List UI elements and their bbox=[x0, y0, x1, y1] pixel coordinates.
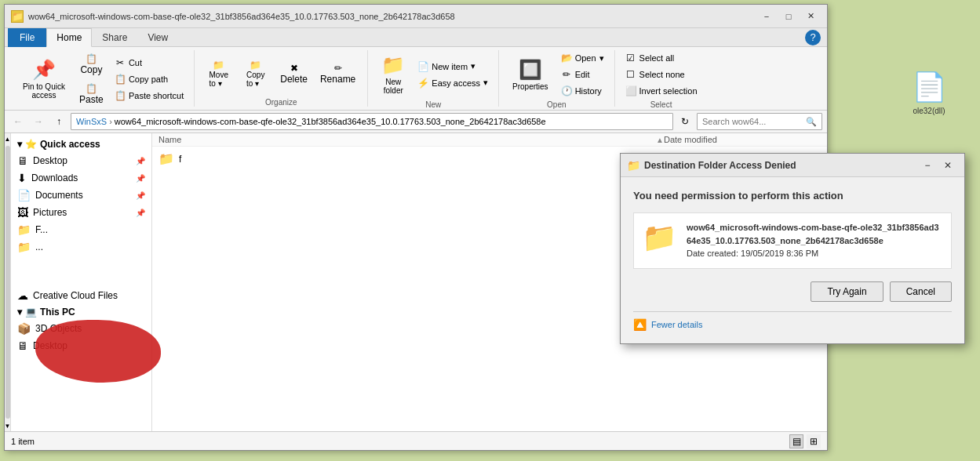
delete-icon: ✖ bbox=[290, 63, 298, 74]
open-label: Open bbox=[547, 99, 566, 109]
large-icons-view-button[interactable]: ⊞ bbox=[807, 434, 821, 448]
open-button[interactable]: 📂 Open ▾ bbox=[557, 50, 608, 66]
sidebar-item-pictures[interactable]: 🖼 Pictures 📌 bbox=[11, 204, 151, 221]
search-input[interactable] bbox=[702, 117, 803, 126]
tab-file[interactable]: File bbox=[8, 28, 46, 47]
this-pc-label: This PC bbox=[40, 307, 75, 318]
paste-button[interactable]: 📋 Paste bbox=[74, 80, 109, 108]
paste-shortcut-button[interactable]: 📋 Paste shortcut bbox=[111, 88, 188, 103]
close-button[interactable]: ✕ bbox=[800, 9, 821, 24]
organize-label: Organize bbox=[265, 96, 297, 107]
sidebar-item-desktop[interactable]: 🖥 Desktop 📌 bbox=[11, 152, 151, 169]
pin-documents-icon: 📌 bbox=[136, 191, 145, 200]
paste-shortcut-icon: 📋 bbox=[115, 90, 126, 101]
copy-path-button[interactable]: 📋 Copy path bbox=[111, 71, 188, 87]
tab-home[interactable]: Home bbox=[46, 28, 92, 47]
dialog-footer: 🔼 Fewer details bbox=[633, 311, 952, 331]
scroll-down-btn[interactable]: ▼ bbox=[5, 420, 11, 431]
easy-access-icon: ⚡ bbox=[417, 78, 428, 89]
address-bar: ← → ↑ WinSxS › wow64_microsoft-windows-c… bbox=[5, 111, 827, 133]
minimize-button[interactable]: − bbox=[756, 9, 777, 24]
file-list-header: Name ▲ Date modified bbox=[152, 133, 827, 147]
pin-to-quick-access-button[interactable]: 📌 Pin to Quickaccess bbox=[16, 50, 72, 108]
properties-button[interactable]: 🔲 Properties bbox=[505, 50, 556, 99]
properties-label: Properties bbox=[512, 82, 548, 91]
new-label: New bbox=[425, 99, 441, 109]
rename-button[interactable]: ✏ Rename bbox=[315, 60, 361, 88]
easy-access-button[interactable]: ⚡ Easy access ▾ bbox=[413, 75, 492, 91]
maximize-button[interactable]: □ bbox=[778, 9, 799, 24]
edit-button[interactable]: ✏ Edit bbox=[557, 67, 608, 82]
copy-to-button[interactable]: 📁 Copyto ▾ bbox=[238, 56, 273, 91]
new-small-group: 📄 New item ▾ ⚡ Easy access ▾ bbox=[413, 59, 492, 91]
sidebar-scroll: ▲ ▼ bbox=[5, 133, 11, 431]
delete-button[interactable]: ✖ Delete bbox=[275, 60, 313, 88]
file-f-icon: 📁 bbox=[158, 151, 174, 166]
cut-button[interactable]: ✂ Cut bbox=[111, 55, 188, 71]
pictures-icon: 🖼 bbox=[17, 206, 28, 219]
quick-access-header[interactable]: ▾ ⭐ Quick access bbox=[11, 136, 151, 152]
this-pc-header[interactable]: ▾ 💻 This PC bbox=[11, 304, 151, 320]
refresh-button[interactable]: ↻ bbox=[676, 113, 694, 130]
status-bar: 1 item ▤ ⊞ bbox=[5, 431, 827, 450]
this-pc-arrow: ▾ bbox=[17, 307, 22, 318]
select-none-button[interactable]: ☐ Select none bbox=[621, 67, 701, 82]
properties-icon: 🔲 bbox=[519, 59, 542, 81]
details-view-button[interactable]: ▤ bbox=[789, 434, 803, 448]
scroll-up-btn[interactable]: ▲ bbox=[5, 133, 11, 144]
edit-label: Edit bbox=[575, 70, 590, 79]
quick-access-icon: ⭐ bbox=[25, 139, 37, 150]
clipboard-buttons: 📌 Pin to Quickaccess 📋 Copy 📋 Paste bbox=[16, 50, 188, 108]
select-buttons: ☑ Select all ☐ Select none ⬜ Invert sele… bbox=[621, 50, 701, 99]
cut-label: Cut bbox=[129, 58, 142, 67]
search-box: 🔍 bbox=[697, 113, 822, 130]
downloads-icon: ⬇ bbox=[17, 172, 27, 184]
sidebar-item-downloads[interactable]: ⬇ Downloads 📌 bbox=[11, 169, 151, 187]
move-to-label: Moveto ▾ bbox=[209, 71, 228, 88]
back-button[interactable]: ← bbox=[9, 113, 27, 130]
sidebar-unknown-label: ... bbox=[35, 241, 145, 252]
desktop-file-icon[interactable]: 📄 ole32(dll) bbox=[902, 71, 956, 115]
invert-selection-button[interactable]: ⬜ Invert selection bbox=[621, 83, 701, 99]
copy-button[interactable]: 📋 Copy bbox=[74, 50, 109, 78]
col-date: Date modified bbox=[664, 135, 821, 144]
dialog-close-button[interactable]: ✕ bbox=[938, 158, 958, 173]
ribbon-content: 📌 Pin to Quickaccess 📋 Copy 📋 Paste bbox=[5, 47, 827, 110]
fewer-details-link[interactable]: Fewer details bbox=[651, 320, 702, 329]
sidebar-item-f[interactable]: 📁 F... bbox=[11, 221, 151, 238]
paste-icon: 📋 bbox=[86, 83, 97, 94]
select-none-label: Select none bbox=[639, 70, 685, 79]
dialog-folder-name: wow64_microsoft-windows-com-base-qfe-ole… bbox=[687, 221, 943, 247]
ribbon: File Home Share View ? 📌 Pin to Quickacc… bbox=[5, 28, 827, 111]
open-small-group: 📂 Open ▾ ✏ Edit 🕐 History bbox=[557, 50, 608, 99]
forward-button[interactable]: → bbox=[30, 113, 47, 130]
history-button[interactable]: 🕐 History bbox=[557, 83, 608, 99]
tab-view[interactable]: View bbox=[137, 28, 178, 47]
ribbon-group-select: ☑ Select all ☐ Select none ⬜ Invert sele… bbox=[615, 50, 708, 107]
sidebar-item-creative-cloud[interactable]: ☁ Creative Cloud Files bbox=[11, 287, 151, 304]
select-all-button[interactable]: ☑ Select all bbox=[621, 50, 701, 66]
quick-access-arrow: ▾ bbox=[17, 139, 22, 150]
select-none-icon: ☐ bbox=[625, 69, 636, 80]
move-to-button[interactable]: 📁 Moveto ▾ bbox=[201, 56, 236, 91]
try-again-button[interactable]: Try Again bbox=[811, 281, 883, 302]
new-item-label: New item bbox=[432, 62, 468, 71]
new-buttons: 📁 Newfolder 📄 New item ▾ ⚡ Easy access ▾ bbox=[374, 50, 492, 99]
dialog-minimize-button[interactable]: − bbox=[917, 158, 938, 173]
address-path[interactable]: WinSxS › wow64_microsoft-windows-com-bas… bbox=[71, 113, 673, 130]
3d-objects-icon: 📦 bbox=[17, 322, 31, 335]
select-label: Select bbox=[650, 99, 672, 109]
up-button[interactable]: ↑ bbox=[50, 113, 67, 130]
redacted-area bbox=[11, 256, 151, 287]
new-folder-button[interactable]: 📁 Newfolder bbox=[374, 50, 412, 99]
new-item-button[interactable]: 📄 New item ▾ bbox=[413, 59, 492, 74]
sidebar-item-documents[interactable]: 📄 Documents 📌 bbox=[11, 187, 151, 204]
sidebar-item-unknown[interactable]: 📁 ... bbox=[11, 238, 151, 256]
copy-label: Copy bbox=[80, 64, 102, 75]
ribbon-help-button[interactable]: ? bbox=[805, 30, 821, 45]
cancel-button[interactable]: Cancel bbox=[890, 281, 952, 302]
sidebar-desktop-label: Desktop bbox=[33, 155, 131, 166]
dialog-folder-info: 📁 wow64_microsoft-windows-com-base-qfe-o… bbox=[633, 212, 952, 269]
creative-cloud-icon: ☁ bbox=[17, 289, 28, 302]
tab-share[interactable]: Share bbox=[92, 28, 137, 47]
